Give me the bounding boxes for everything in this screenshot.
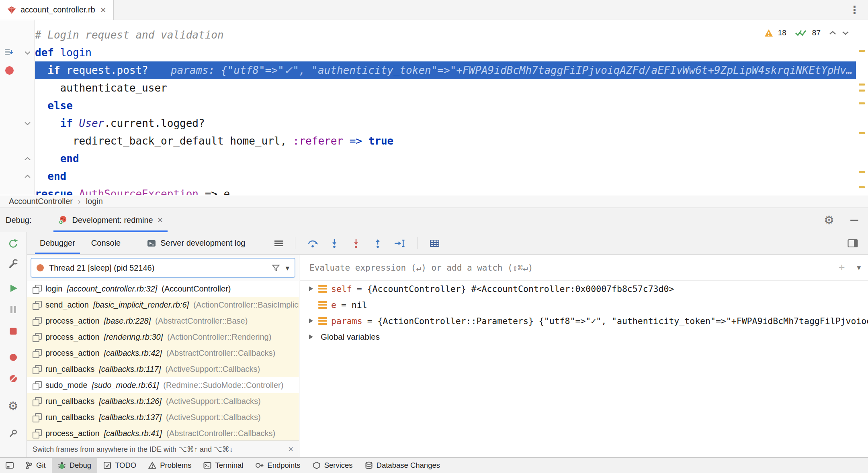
thread-dropdown[interactable]: Thread 21 [sleep] (pid 52146) ▾ <box>31 258 295 278</box>
code-line[interactable]: # Login request and validation <box>35 26 856 44</box>
code-line-execution-point[interactable]: if request.post?params: {"utf8"=>"✓", "a… <box>35 61 856 79</box>
code-editor: # Login request and validation def login… <box>0 20 868 195</box>
statusbar-item-git[interactable]: Git <box>19 458 52 473</box>
step-over-icon[interactable] <box>302 232 323 254</box>
variable-row[interactable]: self = {AccountController} #<AccountCont… <box>300 281 868 297</box>
stop-icon[interactable] <box>8 326 18 336</box>
debug-main-area: Debugger Console Server development log <box>27 232 868 457</box>
variable-icon <box>318 317 327 325</box>
code-line[interactable]: rescue AuthSourceException => e <box>35 185 856 195</box>
toolwindow-toggle-icon[interactable] <box>0 458 19 473</box>
statusbar-item-terminal[interactable]: Terminal <box>197 458 249 473</box>
rubymine-window: account_controller.rb × ⋮ # Log <box>0 0 868 473</box>
tab-server-development-log[interactable]: Server development log <box>139 232 253 254</box>
filter-funnel-icon[interactable] <box>272 264 280 272</box>
force-step-into-icon[interactable] <box>345 232 367 254</box>
variable-row[interactable]: params = {ActionController::Parameters} … <box>300 313 868 329</box>
frame-row[interactable]: run_callbacks[callbacks.rb:137](ActiveSu… <box>27 409 299 425</box>
code-line[interactable]: if User.current.logged? <box>35 114 856 132</box>
resume-program-icon[interactable] <box>8 283 18 294</box>
inspections-widget[interactable]: 18 87 <box>764 27 850 39</box>
code-line[interactable]: end <box>35 167 856 185</box>
expand-chevron-icon[interactable] <box>306 318 316 323</box>
frame-row[interactable]: run_callbacks[callbacks.rb:126](ActiveSu… <box>27 393 299 409</box>
variable-row[interactable]: e = nil <box>300 297 868 313</box>
frame-row[interactable]: sudo_mode[sudo_mode.rb:61](Redmine::Sudo… <box>27 377 299 393</box>
frame-icon <box>33 285 41 293</box>
wrench-icon[interactable] <box>8 259 18 269</box>
toolwindow-header-actions: ⚙ <box>824 214 858 226</box>
debugger-settings-gear-icon[interactable]: ⚙ <box>8 400 18 412</box>
warning-count: 18 <box>778 29 786 37</box>
tab-debugger[interactable]: Debugger <box>32 232 83 254</box>
hint-close-icon[interactable]: × <box>288 444 293 455</box>
fold-collapse-icon[interactable] <box>24 51 31 55</box>
statusbar-item-database-changes[interactable]: Database Changes <box>359 458 446 473</box>
view-as-table-icon[interactable] <box>424 232 445 254</box>
fold-collapse-icon[interactable] <box>24 121 31 126</box>
frames-pane: Thread 21 [sleep] (pid 52146) ▾ login[ac… <box>27 255 299 457</box>
global-variables-row[interactable]: Global variables <box>300 329 868 345</box>
pause-program-icon[interactable] <box>8 304 18 315</box>
layout-settings-icon[interactable] <box>842 232 863 254</box>
debug-tab-close-icon[interactable]: × <box>158 215 163 226</box>
tab-console[interactable]: Console <box>83 232 129 254</box>
code-line[interactable]: def login <box>35 44 856 61</box>
code-line[interactable]: else <box>35 97 856 114</box>
chevron-down-icon[interactable]: ▾ <box>857 263 861 272</box>
statusbar-item-services[interactable]: Services <box>307 458 359 473</box>
frame-row[interactable]: process_action[callbacks.rb:41](Abstract… <box>27 425 299 440</box>
statusbar-item-debug[interactable]: Debug <box>52 458 98 473</box>
inline-debugger-hint: params: {"utf8"=>"✓", "authenticity_toke… <box>171 64 853 76</box>
variable-icon <box>318 285 327 293</box>
fold-end-icon[interactable] <box>24 157 31 161</box>
statusbar-item-problems[interactable]: Problems <box>142 458 197 473</box>
step-out-icon[interactable] <box>367 232 389 254</box>
tab-options-kebab-icon[interactable]: ⋮ <box>849 4 860 16</box>
toolwindow-minimize-icon[interactable] <box>850 220 858 221</box>
debug-session-tab[interactable]: Development: redmine × <box>51 208 170 232</box>
statusbar-item-endpoints[interactable]: Endpoints <box>249 458 306 473</box>
scrollbar-marker <box>859 102 865 104</box>
frame-icon <box>33 413 41 422</box>
code-line[interactable]: redirect_back_or_default home_url, :refe… <box>35 132 856 150</box>
next-highlight-chevron-icon[interactable] <box>841 30 850 36</box>
frame-row[interactable]: process_action[base.rb:228](AbstractCont… <box>27 313 299 329</box>
layout-options-hamburger-icon[interactable] <box>269 232 289 254</box>
frame-row[interactable]: process_action[rendering.rb:30](ActionCo… <box>27 329 299 345</box>
rerun-icon[interactable] <box>8 238 18 249</box>
run-to-cursor-icon[interactable] <box>389 232 411 254</box>
error-stripe[interactable] <box>856 20 868 195</box>
breakpoint-icon[interactable] <box>5 66 14 75</box>
evaluate-expression-input[interactable]: Evaluate expression (↵) or add a watch (… <box>309 263 533 273</box>
scrollbar-marker <box>859 50 865 52</box>
gutter-method-marker-icon[interactable] <box>5 48 14 56</box>
warning-icon <box>764 29 773 37</box>
add-watch-icon[interactable]: + <box>839 262 845 273</box>
expand-chevron-icon[interactable] <box>306 334 316 339</box>
statusbar-item-todo[interactable]: TODO <box>97 458 142 473</box>
frame-row[interactable]: send_action[basic_implicit_render.rb:6](… <box>27 297 299 313</box>
toolbar-separator <box>295 237 295 249</box>
code-line[interactable]: authenticate_user <box>35 79 856 97</box>
git-branch-icon <box>25 461 33 469</box>
expand-chevron-icon[interactable] <box>306 286 316 291</box>
variables-pane: Evaluate expression (↵) or add a watch (… <box>300 255 868 457</box>
editor-tab-account-controller[interactable]: account_controller.rb × <box>0 0 114 20</box>
code-line[interactable]: end <box>35 150 856 167</box>
fold-end-icon[interactable] <box>24 174 31 179</box>
mute-breakpoints-icon[interactable] <box>8 373 18 384</box>
frame-row[interactable]: run_callbacks[callbacks.rb:117](ActiveSu… <box>27 361 299 377</box>
tab-close-icon[interactable]: × <box>100 5 106 15</box>
pin-icon[interactable] <box>8 428 18 438</box>
code-area[interactable]: # Login request and validation def login… <box>35 20 856 195</box>
prev-highlight-chevron-icon[interactable] <box>829 30 837 36</box>
view-breakpoints-icon[interactable] <box>8 352 18 363</box>
thread-label: Thread 21 [sleep] (pid 52146) <box>49 263 266 273</box>
breadcrumb-item-method[interactable]: login <box>86 197 103 206</box>
breadcrumb-item-class[interactable]: AccountController <box>9 197 73 206</box>
frame-row[interactable]: login[account_controller.rb:32](AccountC… <box>27 281 299 297</box>
step-into-icon[interactable] <box>323 232 345 254</box>
toolwindow-settings-gear-icon[interactable]: ⚙ <box>824 214 834 226</box>
frame-row[interactable]: process_action[callbacks.rb:42](Abstract… <box>27 345 299 361</box>
